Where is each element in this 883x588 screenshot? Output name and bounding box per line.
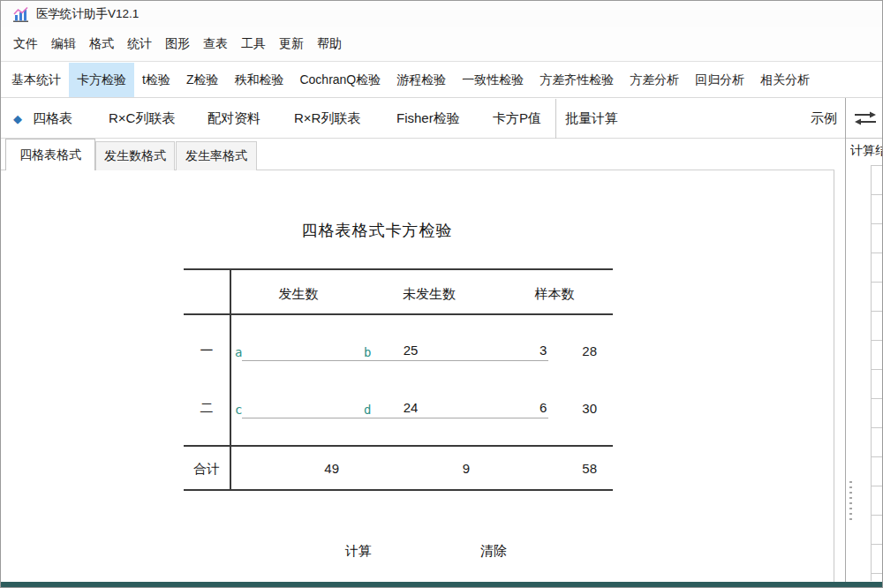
total-row-label: 合计 [184,461,230,478]
cell-b-group: b [364,340,470,361]
clear-button[interactable]: 清除 [467,543,520,560]
fourfold-table: 发生数 未发生数 样本数 一 a b 28 二 c d [184,268,613,491]
row2-label: 二 [184,400,230,417]
tab-z-test[interactable]: Z检验 [178,63,227,97]
tab-paired-data[interactable]: 配对资料 [208,110,260,127]
tab-correlation-analysis[interactable]: 相关分析 [752,63,818,97]
menu-bar: 文件 编辑 格式 统计 图形 查表 工具 更新 帮助 [1,27,883,62]
selected-diamond-icon: ◆ [13,112,22,125]
swap-arrows-icon[interactable] [854,110,877,126]
menu-help[interactable]: 帮助 [317,34,342,54]
total-occurred: 49 [233,461,339,476]
tab-fourfold-format[interactable]: 四格表格式 [5,139,95,170]
tab-rxc-contingency[interactable]: R×C列联表 [109,110,175,127]
page-title: 四格表格式卡方检验 [139,220,615,241]
table-rule-bottom [184,489,613,491]
menu-format[interactable]: 格式 [89,34,114,54]
results-panel-header [846,99,883,139]
menu-update[interactable]: 更新 [279,34,304,54]
col-header-not-occurred: 未发生数 [376,286,482,303]
toolbar-divider [555,99,556,139]
tab-chi-square-test[interactable]: 卡方检验 [69,63,134,97]
window-title: 医学统计助手V12.1 [36,6,139,22]
tab-t-test[interactable]: t检验 [134,63,178,97]
row2-sample-total: 30 [519,401,597,416]
row1-sample-total: 28 [519,343,597,358]
cell-c-key: c [235,401,242,418]
example-link[interactable]: 示例 [811,110,837,127]
row1-label: 一 [184,343,230,359]
cell-c-group: c [235,397,339,418]
menu-statistics[interactable]: 统计 [127,34,152,54]
results-grid [871,165,883,581]
total-not-occurred: 9 [364,461,470,476]
tab-consistency-test[interactable]: 一致性检验 [454,63,532,97]
secondary-tab-bar: ◆ 四格表 R×C列联表 配对资料 R×R列联表 Fisher检验 卡方P值 批… [1,99,883,139]
menu-edit[interactable]: 编辑 [51,34,76,54]
format-tab-bar: 四格表格式 发生数格式 发生率格式 [1,139,834,170]
panel-splitter[interactable] [845,98,846,582]
splitter-grip-icon[interactable] [849,481,852,522]
tab-anova[interactable]: 方差分析 [622,63,687,97]
total-sample: 58 [519,461,597,476]
tab-batch-calculation[interactable]: 批量计算 [565,110,618,127]
calculate-button[interactable]: 计算 [332,543,385,560]
tab-fisher-test[interactable]: Fisher检验 [396,110,460,127]
cell-a-group: a [235,340,339,361]
menu-tools[interactable]: 工具 [241,34,266,54]
tab-regression-analysis[interactable]: 回归分析 [687,63,752,97]
table-rule-header [184,313,613,315]
menu-file[interactable]: 文件 [13,34,38,54]
results-panel-title: 计算结果 [850,143,883,159]
tab-rxr-contingency[interactable]: R×R列联表 [294,110,360,127]
table-rule-vertical [230,268,231,491]
tab-runs-test[interactable]: 游程检验 [389,63,454,97]
tab-basic-statistics[interactable]: 基本统计 [4,63,69,97]
cell-d-key: d [364,401,371,418]
tab-fourfold-table[interactable]: 四格表 [33,110,72,127]
primary-tab-bar: 基本统计 卡方检验 t检验 Z检验 秩和检验 CochranQ检验 游程检验 一… [1,63,883,98]
bar-chart-app-icon [12,6,29,23]
tab-occurrence-rate-format[interactable]: 发生率格式 [176,141,257,170]
cell-a-key: a [235,343,242,361]
tab-cochran-q-test[interactable]: CochranQ检验 [291,63,389,97]
tab-chi-square-p-value[interactable]: 卡方P值 [493,110,541,127]
main-content: 四格表格式卡方检验 发生数 未发生数 样本数 一 a b 28 二 [1,170,834,582]
menu-graphics[interactable]: 图形 [165,34,190,54]
bottom-edge-bar [1,582,883,588]
title-bar: 医学统计助手V12.1 [1,1,883,27]
table-rule-total [184,445,613,447]
tab-rank-sum-test[interactable]: 秩和检验 [226,63,291,97]
table-rule-top [184,268,613,270]
col-header-sample-total: 样本数 [502,286,608,303]
col-header-occurred: 发生数 [245,286,351,303]
cell-d-group: d [364,397,470,418]
cell-b-key: b [364,343,371,361]
tab-variance-homogeneity-test[interactable]: 方差齐性检验 [532,63,622,97]
menu-lookup-table[interactable]: 查表 [203,34,228,54]
tab-occurrence-count-format[interactable]: 发生数格式 [95,141,175,170]
app-window: 医学统计助手V12.1 文件 编辑 格式 统计 图形 查表 工具 更新 帮助 基… [0,0,883,588]
